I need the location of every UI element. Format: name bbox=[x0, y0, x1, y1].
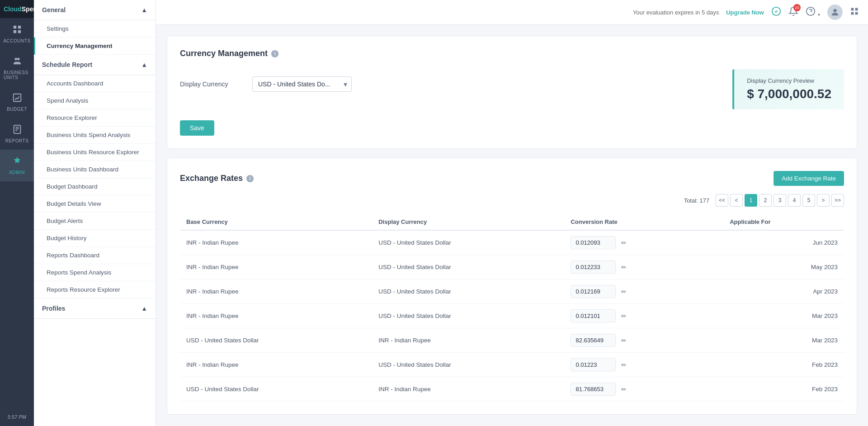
svg-rect-3 bbox=[18, 30, 20, 33]
edit-icon[interactable]: ✏ bbox=[619, 286, 628, 297]
exchange-rates-title: Exchange Rates i bbox=[180, 174, 254, 183]
sidebar-item-budget-details-view[interactable]: Budget Details View bbox=[34, 195, 156, 213]
svg-rect-1 bbox=[18, 26, 20, 28]
exchange-rates-header: Exchange Rates i Add Exchange Rate bbox=[180, 171, 844, 186]
cell-conversion-rate: ✏ bbox=[564, 353, 723, 377]
help-icon[interactable]: ▾ bbox=[806, 6, 820, 19]
cell-display-currency: USD - United States Dollar bbox=[372, 230, 564, 255]
svg-rect-16 bbox=[855, 8, 858, 10]
nav-accounts-label: ACCOUNTS bbox=[3, 38, 30, 43]
accounts-icon bbox=[12, 24, 22, 37]
pagination-page-1[interactable]: 1 bbox=[745, 194, 757, 207]
rate-input[interactable] bbox=[571, 383, 616, 396]
edit-icon[interactable]: ✏ bbox=[619, 311, 628, 322]
cell-base-currency: INR - Indian Rupee bbox=[180, 353, 372, 377]
nav-accounts[interactable]: ACCOUNTS bbox=[0, 18, 34, 50]
currency-management-info-icon[interactable]: i bbox=[271, 50, 278, 57]
checkmark-icon[interactable] bbox=[771, 6, 781, 19]
col-base-currency: Base Currency bbox=[180, 214, 372, 230]
rate-input[interactable] bbox=[571, 334, 616, 347]
sidebar-item-resource-explorer[interactable]: Resource Explorer bbox=[34, 109, 156, 127]
sidebar-item-spend-analysis[interactable]: Spend Analysis bbox=[34, 92, 156, 109]
currency-management-title: Currency Management i bbox=[180, 49, 844, 58]
budget-icon bbox=[12, 93, 22, 105]
save-button[interactable]: Save bbox=[180, 120, 214, 136]
rate-input[interactable] bbox=[571, 309, 616, 322]
nav-admin-label: ADMIN bbox=[9, 170, 25, 175]
sidebar-item-budget-dashboard[interactable]: Budget Dashboard bbox=[34, 178, 156, 195]
pagination-page-2[interactable]: 2 bbox=[759, 194, 772, 207]
nav-reports-label: REPORTS bbox=[5, 138, 29, 143]
cell-applicable-for: Feb 2023 bbox=[723, 377, 844, 402]
sidebar-item-reports-resource-explorer[interactable]: Reports Resource Explorer bbox=[34, 281, 156, 298]
sidebar-general-header[interactable]: General ▲ bbox=[34, 0, 156, 20]
sidebar-item-currency-management[interactable]: Currency Management bbox=[34, 38, 156, 55]
pagination-row: Total: 177 << < 1 2 3 4 5 > >> bbox=[180, 194, 844, 207]
current-time: 5:57 PM bbox=[4, 408, 30, 426]
sidebar-item-settings[interactable]: Settings bbox=[34, 20, 156, 38]
notification-count: 20 bbox=[793, 4, 801, 11]
sidebar-profiles-label: Profiles bbox=[42, 305, 65, 312]
user-avatar[interactable] bbox=[827, 5, 843, 20]
add-exchange-rate-button[interactable]: Add Exchange Rate bbox=[774, 171, 844, 186]
pagination-first[interactable]: << bbox=[716, 194, 728, 207]
rate-input[interactable] bbox=[571, 236, 616, 249]
pagination-page-3[interactable]: 3 bbox=[774, 194, 786, 207]
business-units-icon bbox=[12, 56, 22, 68]
pagination-last[interactable]: >> bbox=[831, 194, 844, 207]
sidebar-item-accounts-dashboard[interactable]: Accounts Dashboard bbox=[34, 75, 156, 92]
cell-display-currency: USD - United States Dollar bbox=[372, 255, 564, 279]
edit-icon[interactable]: ✏ bbox=[619, 237, 628, 248]
pagination-page-4[interactable]: 4 bbox=[788, 194, 801, 207]
exchange-rates-table: Base Currency Display Currency Conversio… bbox=[180, 214, 844, 402]
pagination-total: Total: 177 bbox=[684, 197, 709, 204]
cell-base-currency: INR - Indian Rupee bbox=[180, 304, 372, 328]
sidebar-item-reports-spend-analysis[interactable]: Reports Spend Analysis bbox=[34, 264, 156, 281]
currency-select-wrapper: USD - United States Do... INR - Indian R… bbox=[252, 76, 352, 92]
cell-applicable-for: Mar 2023 bbox=[723, 328, 844, 353]
exchange-rates-card: Exchange Rates i Add Exchange Rate Total… bbox=[167, 158, 857, 415]
rate-input[interactable] bbox=[571, 285, 616, 298]
grid-menu-icon[interactable] bbox=[850, 7, 859, 18]
cell-applicable-for: May 2023 bbox=[723, 255, 844, 279]
upgrade-button[interactable]: Upgrade Now bbox=[726, 9, 764, 16]
sidebar-item-bu-spend-analysis[interactable]: Business Units Spend Analysis bbox=[34, 127, 156, 144]
edit-icon[interactable]: ✏ bbox=[619, 384, 628, 395]
cell-conversion-rate: ✏ bbox=[564, 304, 723, 328]
edit-icon[interactable]: ✏ bbox=[619, 262, 628, 273]
edit-icon[interactable]: ✏ bbox=[619, 335, 628, 346]
nav-admin[interactable]: ADMIN bbox=[0, 150, 34, 181]
pagination-prev[interactable]: < bbox=[730, 194, 743, 207]
cell-base-currency: INR - Indian Rupee bbox=[180, 255, 372, 279]
rate-input[interactable] bbox=[571, 358, 616, 371]
pagination-page-5[interactable]: 5 bbox=[802, 194, 815, 207]
svg-rect-0 bbox=[13, 26, 16, 28]
nav-business-units[interactable]: BUSINESS UNITS bbox=[0, 50, 34, 86]
sidebar-schedule-report-header[interactable]: Schedule Report ▲ bbox=[34, 55, 156, 75]
exchange-rates-info-icon[interactable]: i bbox=[246, 175, 254, 182]
topbar: Your evaluation expires in 5 days Upgrad… bbox=[156, 0, 868, 25]
sidebar-item-bu-dashboard[interactable]: Business Units Dashboard bbox=[34, 161, 156, 178]
sidebar-item-budget-alerts[interactable]: Budget Alerts bbox=[34, 213, 156, 230]
sidebar: General ▲ Settings Currency Management S… bbox=[34, 0, 156, 426]
rate-input[interactable] bbox=[571, 260, 616, 274]
sidebar-item-bu-resource-explorer[interactable]: Business Units Resource Explorer bbox=[34, 144, 156, 161]
svg-point-14 bbox=[833, 9, 836, 12]
sidebar-profiles-header[interactable]: Profiles ▲ bbox=[34, 298, 156, 319]
nav-business-units-label: BUSINESS UNITS bbox=[4, 70, 30, 80]
notification-bell-icon[interactable]: 20 bbox=[788, 6, 798, 19]
cell-display-currency: INR - Indian Rupee bbox=[372, 328, 564, 353]
col-applicable-for: Applicable For bbox=[723, 214, 844, 230]
nav-budget[interactable]: BUDGET bbox=[0, 86, 34, 118]
sidebar-item-reports-dashboard[interactable]: Reports Dashboard bbox=[34, 247, 156, 264]
cell-conversion-rate: ✏ bbox=[564, 230, 723, 255]
currency-preview-box: Display Currency Preview $ 7,000,000.52 bbox=[732, 69, 844, 109]
edit-icon[interactable]: ✏ bbox=[619, 360, 628, 370]
app-logo: CloudSpend bbox=[0, 0, 34, 18]
cell-display-currency: USD - United States Dollar bbox=[372, 353, 564, 377]
currency-select[interactable]: USD - United States Do... INR - Indian R… bbox=[252, 76, 352, 92]
pagination-next[interactable]: > bbox=[817, 194, 830, 207]
nav-reports[interactable]: REPORTS bbox=[0, 118, 34, 150]
table-row: USD - United States Dollar INR - Indian … bbox=[180, 377, 844, 402]
sidebar-item-budget-history[interactable]: Budget History bbox=[34, 230, 156, 247]
